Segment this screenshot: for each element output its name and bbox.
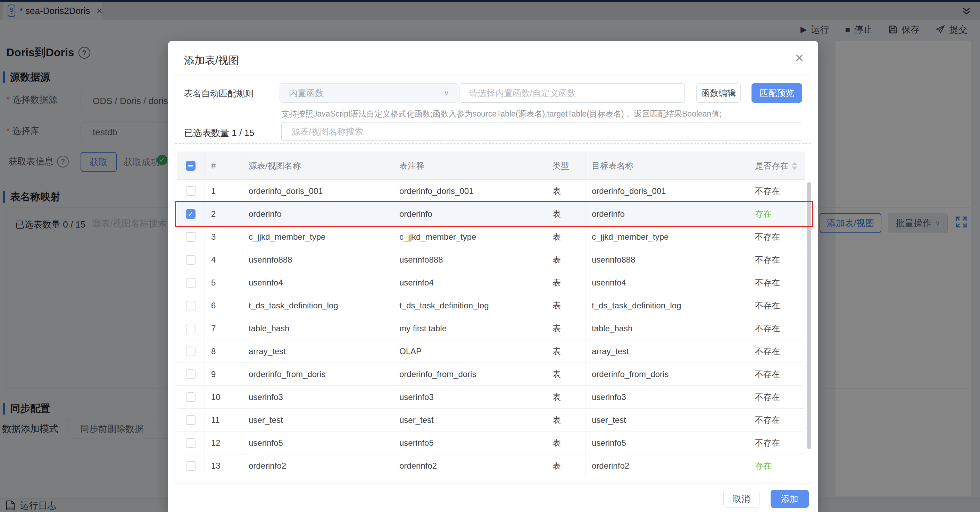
row-checkbox-cell: [177, 340, 205, 363]
row-checkbox[interactable]: [186, 392, 196, 402]
row-source-name: userinfo888: [242, 248, 393, 271]
col-comment: 表注释: [393, 152, 546, 180]
modal-selected-count: 已选表数量 1 / 15: [184, 127, 254, 139]
table-row[interactable]: 3c_jjkd_member_typec_jjkd_member_type表c_…: [177, 225, 805, 248]
builtin-function-select[interactable]: 内置函数∨: [280, 83, 458, 103]
table-row[interactable]: 8array_testOLAP表array_test不存在: [177, 340, 805, 363]
tables-list: # 源表/视图名称 表注释 类型 目标表名称 是否存在 1orderinfo_d…: [177, 152, 805, 477]
sort-asc-icon[interactable]: [792, 162, 797, 165]
row-comment: orderinfo2: [393, 455, 546, 477]
row-comment: userinfo5: [393, 431, 546, 455]
row-checkbox-cell: [177, 431, 205, 455]
sort-icons[interactable]: [792, 162, 797, 170]
row-source-name: userinfo5: [242, 431, 393, 455]
match-preview-button[interactable]: 匹配预览: [751, 83, 802, 103]
row-checkbox[interactable]: [186, 278, 196, 288]
table-row[interactable]: 5userinfo4userinfo4表userinfo4不存在: [177, 271, 805, 294]
row-checkbox[interactable]: [186, 369, 196, 379]
table-row[interactable]: 9orderinfo_from_dorisorderinfo_from_dori…: [177, 363, 805, 386]
modal-search-input[interactable]: [281, 122, 802, 141]
select-all-checkbox[interactable]: [186, 161, 196, 171]
row-target-name: userinfo4: [585, 271, 738, 294]
table-row[interactable]: 13orderinfo2orderinfo2表orderinfo2存在: [177, 455, 805, 477]
row-checkbox-cell: [177, 294, 205, 317]
row-source-name: orderinfo_doris_001: [242, 180, 393, 203]
row-target-name: c_jjkd_member_type: [585, 225, 738, 248]
row-type: 表: [546, 431, 585, 455]
row-index: 7: [205, 317, 242, 340]
row-target-name: userinfo3: [585, 386, 738, 409]
function-input[interactable]: [459, 83, 685, 103]
sort-desc-icon[interactable]: [792, 166, 797, 170]
row-comment: t_ds_task_definition_log: [393, 294, 546, 317]
row-checkbox-cell: [177, 386, 205, 409]
row-source-name: userinfo3: [242, 386, 393, 409]
row-comment: orderinfo_doris_001: [393, 180, 546, 203]
table-row[interactable]: ✓2orderinfoorderinfo表orderinfo存在: [177, 203, 805, 225]
row-checkbox[interactable]: [186, 347, 196, 356]
col-type: 类型: [546, 152, 585, 180]
row-checkbox-cell: [177, 225, 205, 248]
cancel-button[interactable]: 取消: [723, 490, 759, 508]
col-source-name: 源表/视图名称: [242, 152, 393, 180]
row-source-name: orderinfo2: [242, 455, 393, 477]
row-type: 表: [546, 271, 585, 294]
row-checkbox-cell: ✓: [177, 203, 205, 225]
table-row[interactable]: 6t_ds_task_definition_logt_ds_task_defin…: [177, 294, 805, 317]
row-checkbox[interactable]: [186, 461, 196, 471]
row-comment: OLAP: [393, 340, 546, 363]
table-scrollbar-thumb[interactable]: [807, 182, 811, 449]
row-source-name: t_ds_task_definition_log: [242, 294, 393, 317]
row-checkbox-cell: [177, 409, 205, 431]
row-source-name: table_hash: [242, 317, 393, 340]
table-row[interactable]: 12userinfo5userinfo5表userinfo5不存在: [177, 431, 805, 455]
add-button[interactable]: 添加: [771, 490, 809, 508]
row-comment: user_test: [393, 409, 546, 431]
row-index: 5: [205, 271, 242, 294]
table-row[interactable]: 4userinfo888userinfo888表userinfo888不存在: [177, 248, 805, 271]
modal-close-icon[interactable]: ×: [795, 51, 803, 65]
rule-hint-text: 支持按照JavaScript语法自定义格式化函数;函数入参为sourceTabl…: [281, 109, 722, 119]
row-type: 表: [546, 248, 585, 271]
row-source-name: c_jjkd_member_type: [242, 225, 393, 248]
row-exists-status: 不存在: [738, 180, 805, 203]
row-exists-status: 不存在: [738, 225, 805, 248]
row-index: 11: [205, 409, 242, 431]
row-checkbox[interactable]: ✓: [186, 209, 196, 219]
row-type: 表: [546, 294, 585, 317]
row-checkbox[interactable]: [186, 301, 196, 311]
table-row[interactable]: 11user_testuser_test表user_test不存在: [177, 409, 805, 431]
row-checkbox[interactable]: [186, 323, 196, 333]
row-checkbox[interactable]: [186, 415, 196, 425]
select-all-cell: [177, 152, 205, 180]
row-target-name: userinfo5: [585, 431, 738, 455]
row-checkbox[interactable]: [186, 232, 196, 242]
row-comment: userinfo4: [393, 271, 546, 294]
row-comment: userinfo3: [393, 386, 546, 409]
table-row[interactable]: 10userinfo3userinfo3表userinfo3不存在: [177, 386, 805, 409]
row-index: 3: [205, 225, 242, 248]
table-header-row: # 源表/视图名称 表注释 类型 目标表名称 是否存在: [177, 152, 805, 180]
row-checkbox[interactable]: [186, 186, 196, 196]
row-checkbox[interactable]: [186, 255, 196, 265]
row-target-name: orderinfo2: [585, 455, 738, 477]
row-exists-status: 不存在: [738, 386, 805, 409]
row-target-name: t_ds_task_definition_log: [585, 294, 738, 317]
row-comment: c_jjkd_member_type: [393, 225, 546, 248]
row-exists-status: 不存在: [738, 340, 805, 363]
function-edit-button[interactable]: 函数编辑: [696, 83, 741, 103]
table-row[interactable]: 1orderinfo_doris_001orderinfo_doris_001表…: [177, 180, 805, 203]
row-index: 2: [205, 203, 242, 225]
row-type: 表: [546, 203, 585, 225]
row-target-name: userinfo888: [585, 248, 738, 271]
section-divider: [175, 143, 811, 144]
row-comment: orderinfo: [393, 203, 546, 225]
row-type: 表: [546, 409, 585, 431]
row-exists-status: 不存在: [738, 294, 805, 317]
row-exists-status: 不存在: [738, 317, 805, 340]
table-row[interactable]: 7table_hashmy first table表table_hash不存在: [177, 317, 805, 340]
row-exists-status: 不存在: [738, 431, 805, 455]
col-target-name: 目标表名称: [585, 152, 738, 180]
row-checkbox[interactable]: [186, 438, 196, 448]
row-index: 9: [205, 363, 242, 386]
